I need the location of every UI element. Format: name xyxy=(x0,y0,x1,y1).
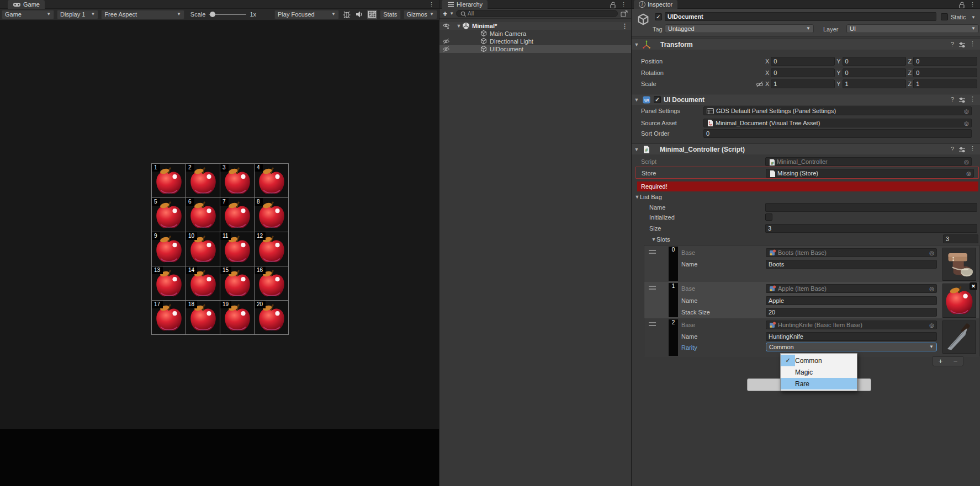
slot-2-preview-knife[interactable] xyxy=(942,321,976,354)
size-field[interactable]: 3 xyxy=(765,224,977,233)
uidocument-foldout[interactable]: ▼ xyxy=(634,97,639,103)
mute-audio-button[interactable] xyxy=(354,10,364,19)
scale-slider[interactable] xyxy=(209,14,246,15)
remove-preview-button[interactable]: ✕ xyxy=(970,282,977,290)
initialized-checkbox[interactable] xyxy=(765,213,772,221)
slot-2-rarity-dropdown[interactable]: Common▼ xyxy=(766,343,937,351)
uidocument-enabled-checkbox[interactable]: ✓ xyxy=(654,96,661,103)
gameobject-cube-icon[interactable] xyxy=(636,13,650,27)
slot-2-base-field[interactable]: HuntingKnife (Basic Item Base) ◎ xyxy=(766,321,937,329)
rarity-option-rare[interactable]: Rare xyxy=(781,378,857,389)
panel-settings-picker-icon[interactable]: ◎ xyxy=(964,108,969,114)
slot-1-name-field[interactable]: Apple xyxy=(766,296,937,305)
uidocument-help-icon[interactable]: ? xyxy=(951,96,954,104)
inventory-slot[interactable]: 5 xyxy=(152,198,186,232)
slot-0-preview-boots[interactable] xyxy=(942,248,976,281)
position-y-field[interactable]: 0 xyxy=(843,57,907,66)
inventory-slot[interactable]: 4 xyxy=(255,164,288,197)
aspect-ratio-dropdown[interactable]: Free Aspect▼ xyxy=(101,10,184,19)
controller-help-icon[interactable]: ? xyxy=(951,146,954,153)
inventory-slot[interactable]: 9 xyxy=(152,232,186,266)
inventory-slot[interactable]: 18 xyxy=(186,301,220,334)
transform-header[interactable]: ▼ Transform ? ⋮ xyxy=(632,39,980,50)
picker-window-icon[interactable] xyxy=(620,10,628,17)
inventory-slot[interactable]: 1 xyxy=(152,164,186,197)
tab-inspector[interactable]: i Inspector xyxy=(634,0,677,9)
rotation-z-field[interactable]: 0 xyxy=(913,68,977,77)
list-bag-foldout[interactable]: ▼ xyxy=(634,194,640,200)
slots-count-field[interactable]: 3 xyxy=(943,234,978,243)
hierarchy-item-uidocument[interactable]: UIDocument xyxy=(439,45,631,53)
inspector-menu-icon[interactable]: ⋮ xyxy=(970,2,976,7)
rotation-y-field[interactable]: 0 xyxy=(843,68,907,77)
slot-1-base-picker-icon[interactable]: ◎ xyxy=(929,286,934,292)
controller-presets-icon[interactable] xyxy=(958,146,966,153)
uidocument-header[interactable]: ▼ ✓ UI Document ? ⋮ xyxy=(632,94,980,105)
inventory-slot[interactable]: 17 xyxy=(152,301,186,334)
slot-0-drag-handle[interactable] xyxy=(649,250,656,254)
hierarchy-item-main-camera[interactable]: Main Camera xyxy=(439,30,631,38)
scene-foldout[interactable]: ▼ xyxy=(456,23,462,29)
panel-settings-field[interactable]: GDS Default Panel Settings (Panel Settin… xyxy=(703,106,972,115)
source-asset-picker-icon[interactable]: ◎ xyxy=(964,120,969,126)
presets-icon[interactable] xyxy=(958,41,966,49)
hierarchy-item-directional-light[interactable]: Directional Light xyxy=(439,38,631,45)
slot-0-name-field[interactable]: Boots xyxy=(766,260,937,269)
inventory-slot[interactable]: 8 xyxy=(255,198,288,232)
controller-foldout[interactable]: ▼ xyxy=(634,147,639,152)
rotation-x-field[interactable]: 0 xyxy=(771,68,835,77)
uidocument-menu-icon[interactable]: ⋮ xyxy=(970,96,976,104)
tag-dropdown[interactable]: Untagged▼ xyxy=(665,24,814,33)
gizmos-dropdown[interactable]: Gizmos▼ xyxy=(404,10,437,19)
create-dropdown-arrow[interactable]: ▼ xyxy=(449,12,454,16)
scene-menu-icon[interactable]: ⋮ xyxy=(622,23,628,29)
hidden-eye-icon[interactable] xyxy=(442,45,450,53)
inventory-slot[interactable]: 14 xyxy=(186,266,220,300)
scene-row[interactable]: ▼ Minimal* ⋮ xyxy=(439,22,631,30)
inventory-slot[interactable]: 11 xyxy=(220,232,254,266)
slot-1-stack-field[interactable]: 20 xyxy=(766,308,937,317)
hidden-eye-icon[interactable] xyxy=(442,38,450,45)
rarity-option-magic[interactable]: Magic xyxy=(781,366,857,378)
inventory-slot[interactable]: 13 xyxy=(152,266,186,300)
hierarchy-menu-icon[interactable]: ⋮ xyxy=(621,2,627,7)
inventory-slot[interactable]: 19 xyxy=(220,301,254,334)
slot-0-base-field[interactable]: Boots (Item Base) ◎ xyxy=(766,248,937,257)
inventory-slot[interactable]: 15 xyxy=(220,266,254,300)
tab-hierarchy[interactable]: Hierarchy xyxy=(442,0,488,9)
gameobject-name-field[interactable]: UIDocument xyxy=(665,12,936,21)
static-dropdown-arrow[interactable]: ▼ xyxy=(971,15,976,20)
remove-slot-button[interactable]: − xyxy=(948,357,963,366)
tab-game[interactable]: Game xyxy=(8,0,45,9)
slot-2-base-picker-icon[interactable]: ◎ xyxy=(929,322,934,328)
position-z-field[interactable]: 0 xyxy=(913,57,977,66)
inventory-slot[interactable]: 7 xyxy=(220,198,254,232)
slots-foldout[interactable]: ▼ xyxy=(651,237,656,242)
position-x-field[interactable]: 0 xyxy=(771,57,835,66)
slot-1-base-field[interactable]: Apple (Item Base) ◎ xyxy=(766,284,937,293)
display-dropdown[interactable]: Display 1▼ xyxy=(57,10,98,19)
scale-y-field[interactable]: 1 xyxy=(843,79,907,88)
static-checkbox[interactable] xyxy=(941,13,948,20)
vsync-grid-button[interactable] xyxy=(367,10,377,19)
inventory-slot[interactable]: 20 xyxy=(255,301,288,334)
lock-icon[interactable] xyxy=(609,1,617,9)
scale-slider-knob[interactable] xyxy=(210,12,215,17)
bag-name-field[interactable] xyxy=(765,203,977,212)
create-button[interactable]: + xyxy=(443,10,447,17)
uidocument-presets-icon[interactable] xyxy=(958,96,966,104)
inventory-slot[interactable]: 12 xyxy=(255,232,288,266)
inventory-slot[interactable]: 16 xyxy=(255,266,288,300)
inventory-slot[interactable]: 2 xyxy=(186,164,220,197)
store-field[interactable]: Missing (Store) ◎ xyxy=(766,169,974,178)
help-icon[interactable]: ? xyxy=(951,41,954,49)
rarity-option-common[interactable]: ✓Common xyxy=(781,355,857,366)
game-panel-menu-icon[interactable]: ⋮ xyxy=(428,2,435,7)
scene-visibility-icon[interactable] xyxy=(442,22,450,30)
link-icon[interactable] xyxy=(756,80,764,88)
controller-menu-icon[interactable]: ⋮ xyxy=(970,146,976,153)
inspector-lock-icon[interactable] xyxy=(958,1,966,9)
hierarchy-search[interactable]: All xyxy=(456,10,618,17)
script-field[interactable]: Minimal_Controller ◎ xyxy=(765,157,972,166)
inventory-slot[interactable]: 3 xyxy=(220,164,254,197)
